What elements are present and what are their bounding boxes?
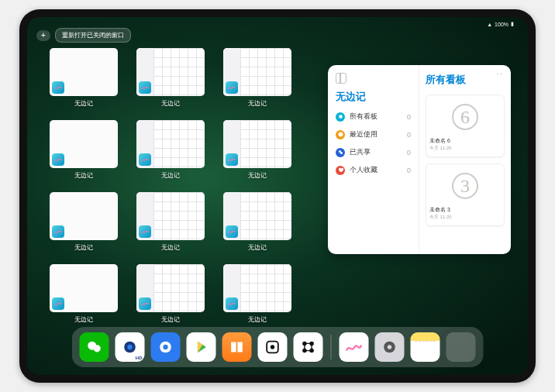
category-icon bbox=[336, 166, 345, 175]
dock-connect-icon[interactable] bbox=[294, 332, 323, 362]
svg-point-15 bbox=[388, 345, 392, 349]
app-thumb bbox=[223, 48, 291, 96]
app-thumb bbox=[136, 120, 205, 168]
category-count: 0 bbox=[407, 167, 411, 174]
app-thumb bbox=[50, 120, 118, 168]
board-sub: 今天 11:25 bbox=[429, 145, 501, 152]
category-count: 0 bbox=[407, 113, 411, 121]
app-window-0[interactable]: 无边记 bbox=[49, 48, 119, 108]
screen: ▲ 100% ▮ + 重新打开已关闭的窗口 无边记无边记无边记无边记无边记无边记… bbox=[27, 17, 528, 375]
board-thumb: 3 bbox=[429, 167, 501, 205]
board-name: 未命名 6 bbox=[429, 137, 501, 145]
dock-notes-icon[interactable] bbox=[411, 332, 440, 362]
freeform-icon bbox=[52, 153, 64, 166]
app-window-9[interactable]: 无边记 bbox=[49, 264, 119, 324]
panel-item-0[interactable]: 所有看板0 bbox=[336, 112, 411, 122]
dock-freeform-icon[interactable] bbox=[340, 332, 369, 362]
category-label: 个人收藏 bbox=[350, 165, 377, 175]
panel-category-list: 所有看板0最近使用0已共享0个人收藏0 bbox=[336, 112, 411, 175]
dock-play-icon[interactable] bbox=[187, 332, 216, 362]
app-thumb bbox=[223, 192, 291, 240]
panel-right: 所有看板 6未命名 6今天 11:253未命名 3今天 11:25 bbox=[419, 65, 511, 254]
app-label: 无边记 bbox=[248, 171, 267, 180]
board-card-0[interactable]: 6未命名 6今天 11:25 bbox=[426, 95, 505, 157]
panel-left: 无边记 所有看板0最近使用0已共享0个人收藏0 bbox=[328, 65, 419, 254]
reopen-closed-window-button[interactable]: 重新打开已关闭的窗口 bbox=[55, 28, 131, 43]
app-label: 无边记 bbox=[74, 315, 93, 324]
wifi-icon: ▲ bbox=[487, 22, 492, 27]
dock-quark-hd-icon[interactable]: HD bbox=[115, 332, 145, 362]
app-window-4[interactable]: 无边记 bbox=[136, 120, 205, 180]
panel-right-title: 所有看板 bbox=[426, 73, 505, 87]
app-window-1[interactable]: 无边记 bbox=[136, 48, 205, 108]
svg-point-1 bbox=[340, 152, 343, 154]
panel-item-3[interactable]: 个人收藏0 bbox=[336, 165, 411, 175]
app-window-5[interactable]: 无边记 bbox=[222, 120, 292, 180]
ipad-frame: ▲ 100% ▮ + 重新打开已关闭的窗口 无边记无边记无边记无边记无边记无边记… bbox=[19, 9, 536, 383]
dock-books-icon[interactable] bbox=[222, 332, 252, 362]
board-card-1[interactable]: 3未命名 3今天 11:25 bbox=[426, 163, 505, 226]
svg-point-3 bbox=[94, 345, 101, 352]
category-label: 已共享 bbox=[350, 147, 371, 157]
app-thumb bbox=[136, 48, 205, 96]
category-count: 0 bbox=[407, 149, 411, 156]
app-window-3[interactable]: 无边记 bbox=[49, 120, 119, 180]
panel-item-1[interactable]: 最近使用0 bbox=[336, 129, 411, 139]
app-switcher-grid: 无边记无边记无边记无边记无边记无边记无边记无边记无边记无边记无边记无边记 bbox=[49, 48, 292, 324]
app-thumb bbox=[136, 192, 205, 240]
app-thumb bbox=[223, 120, 291, 168]
dock-wechat-icon[interactable] bbox=[80, 332, 109, 362]
category-icon bbox=[336, 112, 345, 122]
freeform-icon bbox=[226, 225, 238, 238]
svg-point-5 bbox=[127, 345, 132, 349]
board-thumb: 6 bbox=[429, 98, 501, 136]
app-label: 无边记 bbox=[74, 171, 93, 180]
app-label: 无边记 bbox=[248, 243, 267, 252]
freeform-icon bbox=[139, 153, 151, 166]
dock: HD bbox=[72, 327, 484, 367]
freeform-icon bbox=[226, 81, 238, 94]
app-window-8[interactable]: 无边记 bbox=[222, 192, 292, 252]
app-window-11[interactable]: 无边记 bbox=[222, 264, 292, 324]
add-space-button[interactable]: + bbox=[36, 30, 50, 41]
freeform-icon bbox=[139, 81, 151, 94]
svg-point-7 bbox=[163, 345, 167, 349]
freeform-icon bbox=[139, 297, 151, 310]
app-thumb bbox=[50, 192, 118, 240]
category-count: 0 bbox=[407, 131, 411, 139]
app-label: 无边记 bbox=[248, 99, 267, 108]
svg-point-9 bbox=[271, 345, 275, 349]
panel-item-2[interactable]: 已共享0 bbox=[336, 147, 411, 157]
app-thumb bbox=[50, 48, 118, 96]
app-label: 无边记 bbox=[161, 243, 180, 252]
board-name: 未命名 3 bbox=[429, 206, 501, 214]
dock-library-icon[interactable] bbox=[446, 332, 476, 362]
app-label: 无边记 bbox=[248, 315, 267, 324]
freeform-icon bbox=[52, 297, 64, 310]
category-label: 所有看板 bbox=[350, 112, 377, 122]
board-sub: 今天 11:25 bbox=[429, 214, 501, 221]
app-window-7[interactable]: 无边记 bbox=[136, 192, 205, 252]
freeform-icon bbox=[226, 153, 238, 166]
dock-settings-icon[interactable] bbox=[375, 332, 405, 362]
panel-left-title: 无边记 bbox=[336, 90, 411, 104]
sidebar-toggle-icon[interactable] bbox=[336, 73, 346, 84]
stage-side-panel[interactable]: 无边记 所有看板0最近使用0已共享0个人收藏0 所有看板 6未命名 6今天 11… bbox=[328, 65, 511, 254]
dock-dice-icon[interactable] bbox=[258, 332, 288, 362]
app-window-10[interactable]: 无边记 bbox=[136, 264, 205, 324]
category-label: 最近使用 bbox=[350, 129, 377, 139]
app-label: 无边记 bbox=[161, 99, 180, 108]
app-label: 无边记 bbox=[161, 171, 180, 180]
freeform-icon bbox=[52, 225, 64, 238]
app-window-2[interactable]: 无边记 bbox=[222, 48, 292, 108]
dock-quark-icon[interactable] bbox=[151, 332, 181, 362]
app-label: 无边记 bbox=[161, 315, 180, 324]
app-label: 无边记 bbox=[74, 99, 93, 108]
freeform-icon bbox=[226, 297, 238, 310]
app-thumb bbox=[50, 264, 118, 312]
app-thumb bbox=[136, 264, 205, 312]
app-thumb bbox=[223, 264, 291, 312]
app-window-6[interactable]: 无边记 bbox=[49, 192, 119, 252]
dock-separator bbox=[331, 335, 332, 359]
top-controls: + 重新打开已关闭的窗口 bbox=[36, 28, 131, 43]
